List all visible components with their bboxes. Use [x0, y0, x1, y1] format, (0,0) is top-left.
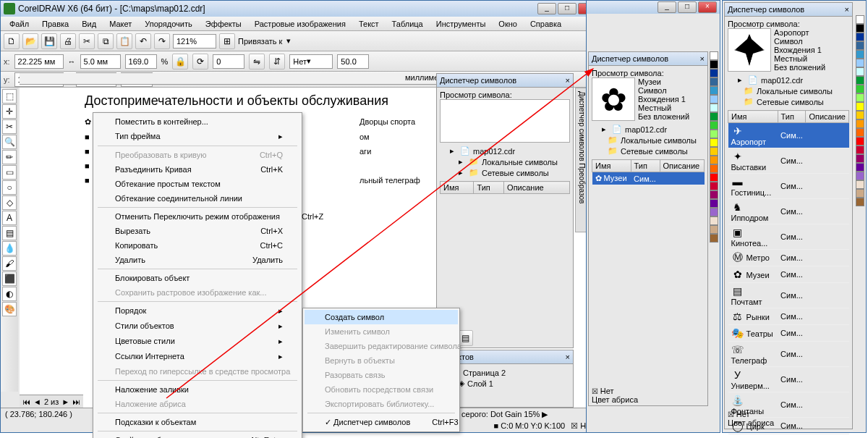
- swatch[interactable]: [856, 163, 864, 172]
- page-prev-icon[interactable]: ◄: [33, 397, 41, 406]
- swatch[interactable]: [710, 130, 718, 138]
- swatch[interactable]: [856, 50, 864, 59]
- symrow-Кинотеа...[interactable]: ▣ Кинотеа...Сим...: [728, 224, 849, 250]
- swatch[interactable]: [856, 146, 864, 154]
- swatch[interactable]: [856, 15, 864, 24]
- swatch[interactable]: [710, 173, 718, 182]
- swatch[interactable]: [710, 112, 718, 121]
- tool-7[interactable]: ◇: [2, 195, 17, 210]
- tr2-net[interactable]: 📁 Сетевые символы: [592, 146, 705, 156]
- swatch[interactable]: [710, 95, 718, 104]
- print-button[interactable]: 🖨: [60, 33, 76, 49]
- outline-width-field[interactable]: 50.0: [337, 54, 369, 69]
- tree-root[interactable]: ▸📄 map012.cdr: [440, 146, 570, 156]
- menu-Упорядочить[interactable]: Упорядочить: [139, 18, 197, 30]
- tool-14[interactable]: 🎨: [2, 302, 17, 316]
- rot-field[interactable]: 0: [213, 54, 244, 69]
- ctx-Блокировать объект[interactable]: Блокировать объект: [95, 271, 300, 285]
- ctx-Поместить в контейнер...[interactable]: Поместить в контейнер...: [95, 114, 300, 129]
- ctx-Свойства объекта[interactable]: Свойства объектаAlt+Enter: [95, 433, 300, 438]
- w-field[interactable]: 5.0 мм: [80, 54, 121, 69]
- swatch[interactable]: [710, 51, 718, 60]
- ctx-Отменить Переключить режим отображения[interactable]: Отменить Переключить режим отображенияCt…: [95, 209, 300, 224]
- page-first-icon[interactable]: ⏮: [22, 397, 30, 406]
- status-fill-swatch[interactable]: ■ C:0 M:0 Y:0 K:100: [493, 421, 565, 431]
- swatch[interactable]: [856, 189, 864, 198]
- copy-button[interactable]: ⧉: [98, 33, 114, 49]
- swatch[interactable]: [710, 182, 718, 190]
- tool-5[interactable]: ▭: [2, 165, 17, 180]
- rot-button[interactable]: ⟳: [192, 54, 208, 70]
- sub-Диспетчер символов[interactable]: ✓ Диспетчер символовCtrl+F3: [305, 415, 458, 430]
- tr3-loc[interactable]: 📁 Локальные символы: [728, 85, 849, 96]
- menu-Правка[interactable]: Правка: [36, 18, 75, 30]
- maximize-button[interactable]: □: [558, 3, 576, 14]
- new-button[interactable]: 🗋: [4, 33, 20, 49]
- ctx-Вырезать[interactable]: ВырезатьCtrl+X: [95, 224, 300, 238]
- swatch[interactable]: [710, 225, 718, 234]
- swatch[interactable]: [856, 172, 864, 180]
- swatch[interactable]: [710, 69, 718, 77]
- swatch[interactable]: [710, 147, 718, 156]
- symrow-Универм...[interactable]: У Универм...Сим...: [728, 367, 849, 392]
- swatch[interactable]: [856, 111, 864, 119]
- swatch[interactable]: [856, 24, 864, 33]
- symrow-Телеграф[interactable]: ☏ ТелеграфСим...: [728, 342, 849, 367]
- tool-13[interactable]: ◐: [2, 287, 17, 301]
- symrow-Гостиниц...[interactable]: ▬ Гостиниц...Сим...: [728, 174, 849, 199]
- swatch[interactable]: [710, 234, 718, 243]
- open-button[interactable]: 📂: [22, 33, 38, 49]
- symrow-Рынки[interactable]: ⚖ РынкиСим...: [728, 308, 849, 325]
- swatch[interactable]: [856, 76, 864, 85]
- swatch[interactable]: [856, 59, 864, 67]
- tool-8[interactable]: A: [2, 211, 17, 225]
- swatch[interactable]: [710, 216, 718, 225]
- swatch[interactable]: [856, 93, 864, 102]
- swatch[interactable]: [710, 164, 718, 173]
- ctx-Тип фрейма[interactable]: Тип фрейма ▸: [95, 129, 300, 144]
- swatch[interactable]: [710, 156, 718, 164]
- tr2-loc[interactable]: 📁 Локальные символы: [592, 135, 705, 146]
- menu-Макет[interactable]: Макет: [103, 18, 137, 30]
- ctx-Разъединить Кривая[interactable]: Разъединить КриваяCtrl+K: [95, 162, 300, 177]
- docker-close-icon[interactable]: ×: [566, 76, 570, 85]
- ctx-Обтекание простым текстом[interactable]: Обтекание простым текстом: [95, 177, 300, 191]
- redo-button[interactable]: ↷: [154, 33, 170, 49]
- undo-button[interactable]: ↶: [135, 33, 151, 49]
- tool-2[interactable]: ✂: [2, 119, 17, 134]
- ctx-Стили объектов[interactable]: Стили объектов ▸: [95, 319, 300, 334]
- swatch[interactable]: [856, 198, 864, 206]
- col-desc[interactable]: Описание: [504, 182, 570, 194]
- close2[interactable]: ×: [698, 1, 717, 13]
- swatch[interactable]: [856, 67, 864, 76]
- mirror-h-button[interactable]: ⇋: [249, 54, 265, 70]
- col-name[interactable]: Имя: [441, 182, 474, 194]
- tool-12[interactable]: ⬛: [2, 271, 17, 286]
- swatch[interactable]: [710, 138, 718, 147]
- tr3-net[interactable]: 📁 Сетевые символы: [728, 96, 849, 107]
- sub-Создать символ[interactable]: Создать символ: [305, 310, 458, 324]
- docker-tabs[interactable]: Диспетчер символов Преобразов: [575, 88, 587, 232]
- menu-Растровые изображения[interactable]: Растровые изображения: [249, 18, 352, 30]
- min2[interactable]: _: [658, 1, 676, 13]
- swatch[interactable]: [856, 154, 864, 163]
- swatch[interactable]: [856, 41, 864, 50]
- menu-Текст[interactable]: Текст: [353, 18, 385, 30]
- page-last-icon[interactable]: ⏭: [72, 397, 80, 406]
- ctx-Подсказки к объектам[interactable]: Подсказки к объектам: [95, 415, 300, 429]
- x-field[interactable]: 22.225 мм: [14, 54, 64, 69]
- tr2-root[interactable]: ▸📄 map012.cdr: [592, 124, 705, 135]
- symrow-Метро[interactable]: Ⓜ МетроСим...: [728, 250, 849, 266]
- swatch[interactable]: [856, 119, 864, 128]
- ctx-Копировать[interactable]: КопироватьCtrl+C: [95, 238, 300, 253]
- swatch[interactable]: [710, 190, 718, 199]
- page-next-icon[interactable]: ►: [61, 397, 69, 406]
- swatch[interactable]: [710, 208, 718, 216]
- tr3-root[interactable]: ▸📄 map012.cdr: [728, 75, 849, 85]
- tool-10[interactable]: 💧: [2, 241, 17, 256]
- tool-11[interactable]: 🖌: [2, 256, 17, 271]
- symrow-Музеи[interactable]: ✿ МузеиСим...: [728, 266, 849, 283]
- row-muzei[interactable]: ✿ МузеиСим...: [592, 172, 705, 185]
- menu-Окно[interactable]: Окно: [493, 18, 523, 30]
- swatch[interactable]: [856, 137, 864, 146]
